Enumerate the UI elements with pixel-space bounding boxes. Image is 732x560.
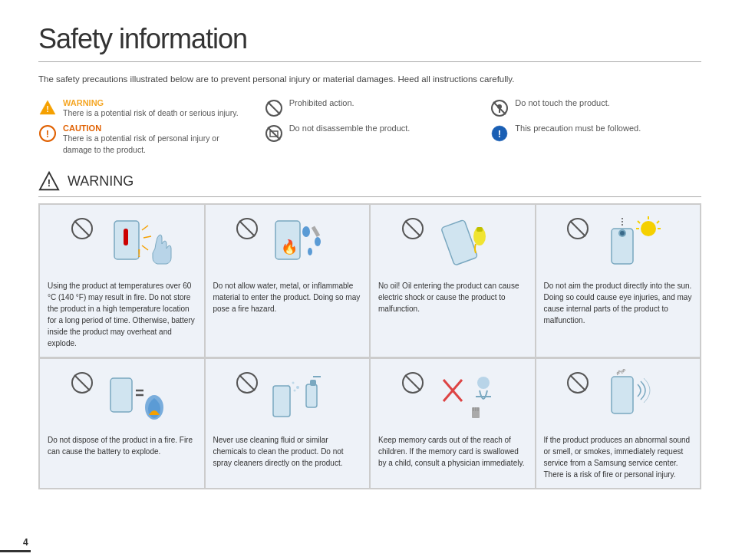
svg-line-18 bbox=[74, 221, 90, 236]
svg-point-29 bbox=[315, 237, 321, 246]
must-follow-icon: ! bbox=[490, 124, 509, 143]
warning-card-3: No oil! Oil entering the product can cau… bbox=[370, 204, 536, 357]
svg-line-51 bbox=[74, 375, 90, 390]
card-7-illustration bbox=[378, 367, 527, 428]
svg-line-39 bbox=[570, 221, 585, 236]
svg-rect-59 bbox=[310, 380, 316, 386]
card-3-illustration bbox=[378, 212, 527, 274]
warning-card-8: If the product produces an abnormal soun… bbox=[536, 358, 701, 489]
no-disassemble-legend-text: Do not disassemble the product. bbox=[289, 124, 411, 133]
card-8-text: If the product produces an abnormal soun… bbox=[544, 434, 693, 480]
warning-triangle-icon: ! bbox=[38, 99, 57, 117]
svg-point-63 bbox=[294, 389, 296, 391]
svg-line-34 bbox=[405, 221, 420, 236]
warning-card-6: Never use cleaning fluid or similar chem… bbox=[205, 358, 371, 489]
title-divider bbox=[38, 61, 701, 62]
svg-text:!: ! bbox=[498, 128, 501, 140]
legend-item-caution: ! CAUTION There is a potential risk of p… bbox=[38, 124, 249, 155]
card-7-text: Keep memory cards out of the reach of ch… bbox=[378, 434, 527, 469]
legend-item-prohibited: Prohibited action. bbox=[265, 98, 476, 119]
caution-icon: ! bbox=[38, 124, 57, 143]
svg-rect-78 bbox=[612, 377, 633, 413]
svg-rect-31 bbox=[312, 226, 320, 237]
svg-point-48 bbox=[620, 231, 625, 236]
card-5-text: Do not dispose of the product in a fire.… bbox=[48, 434, 196, 457]
svg-rect-23 bbox=[124, 229, 128, 245]
legend-grid: ! WARNING There is a potential risk of d… bbox=[38, 98, 701, 155]
svg-line-42 bbox=[657, 221, 659, 223]
svg-line-77 bbox=[570, 375, 585, 390]
svg-rect-58 bbox=[306, 384, 317, 407]
warning-card-5: Do not dispose of the product in a fire.… bbox=[39, 358, 205, 489]
card-5-svg bbox=[68, 369, 176, 427]
card-2-illustration: 🔥 bbox=[213, 212, 362, 274]
intro-text: The safety precautions illustrated below… bbox=[38, 73, 701, 86]
legend-item-warning: ! WARNING There is a potential risk of d… bbox=[38, 98, 249, 119]
svg-line-67 bbox=[405, 375, 420, 390]
card-1-svg: ! bbox=[68, 215, 176, 272]
card-1-text: Using the product at temperatures over 6… bbox=[48, 280, 196, 349]
card-3-svg bbox=[399, 215, 506, 272]
no-touch-legend-text: Do not touch the product. bbox=[515, 98, 610, 107]
svg-point-70 bbox=[477, 377, 490, 389]
svg-rect-35 bbox=[440, 219, 477, 265]
warning-card-7: Keep memory cards out of the reach of ch… bbox=[370, 358, 536, 489]
card-2-svg: 🔥 bbox=[233, 215, 341, 272]
svg-line-21 bbox=[143, 236, 151, 238]
warning-card-1: ! Using the product at temperatures over… bbox=[39, 204, 205, 357]
prohibited-legend-text: Prohibited action. bbox=[289, 98, 354, 107]
page-title: Safety information bbox=[38, 23, 701, 55]
card-6-text: Never use cleaning fluid or similar chem… bbox=[213, 434, 362, 469]
svg-line-57 bbox=[239, 375, 255, 390]
warning-legend-text: WARNING There is a potential risk of dea… bbox=[63, 98, 239, 119]
card-2-text: Do not allow water, metal, or inflammabl… bbox=[213, 280, 362, 315]
svg-point-62 bbox=[292, 381, 295, 384]
svg-point-28 bbox=[302, 226, 310, 237]
card-8-svg bbox=[564, 369, 671, 427]
card-4-svg bbox=[564, 215, 671, 272]
prohibited-icon bbox=[265, 99, 283, 117]
warning-section-label: WARNING bbox=[68, 173, 134, 189]
card-5-illustration bbox=[48, 367, 196, 428]
warning-card-2: 🔥 Do not allow water, metal, or inflamma… bbox=[205, 204, 371, 357]
card-4-illustration bbox=[544, 212, 693, 274]
svg-rect-52 bbox=[110, 378, 132, 412]
card-6-illustration bbox=[213, 367, 362, 428]
card-4-text: Do not aim the product directly into the… bbox=[544, 280, 693, 326]
svg-text:!: ! bbox=[46, 128, 49, 140]
svg-rect-65 bbox=[273, 386, 290, 417]
card-3-text: No oil! Oil entering the product can cau… bbox=[378, 280, 527, 315]
svg-rect-37 bbox=[476, 227, 483, 232]
legend-item-no-disassemble: Do not disassemble the product. bbox=[265, 124, 476, 155]
svg-text:!: ! bbox=[48, 178, 51, 189]
svg-line-20 bbox=[142, 226, 148, 230]
warning-cards-grid-row2: Do not dispose of the product in a fire.… bbox=[38, 358, 701, 489]
svg-text:!: ! bbox=[137, 247, 141, 259]
svg-point-40 bbox=[641, 221, 656, 236]
svg-line-26 bbox=[239, 221, 255, 236]
no-disassemble-icon bbox=[265, 124, 283, 143]
card-1-illustration: ! bbox=[48, 212, 196, 274]
no-touch-icon bbox=[490, 99, 509, 117]
svg-line-22 bbox=[142, 245, 148, 250]
caution-legend-text: CAUTION There is a potential risk of per… bbox=[63, 124, 249, 155]
must-follow-legend-text: This precaution must be followed. bbox=[515, 124, 641, 133]
legend-item-no-touch: Do not touch the product. bbox=[490, 98, 701, 119]
card-7-svg bbox=[399, 369, 506, 427]
card-6-svg bbox=[233, 369, 341, 427]
warning-section-header: ! WARNING bbox=[38, 170, 701, 197]
legend-item-must-follow: ! This precaution must be followed. bbox=[490, 124, 701, 155]
svg-text:🔥: 🔥 bbox=[281, 239, 298, 255]
page-bar bbox=[0, 550, 31, 552]
svg-point-30 bbox=[308, 248, 312, 255]
card-8-illustration bbox=[544, 367, 693, 428]
svg-text:!: ! bbox=[46, 104, 49, 114]
svg-line-3 bbox=[268, 102, 280, 114]
warning-card-4: Do not aim the product directly into the… bbox=[536, 204, 701, 357]
warning-cards-grid: ! Using the product at temperatures over… bbox=[38, 203, 701, 358]
svg-point-61 bbox=[296, 386, 299, 389]
warning-section-triangle-icon: ! bbox=[38, 170, 60, 192]
page-number: 4 bbox=[23, 537, 28, 548]
svg-line-44 bbox=[638, 221, 640, 223]
